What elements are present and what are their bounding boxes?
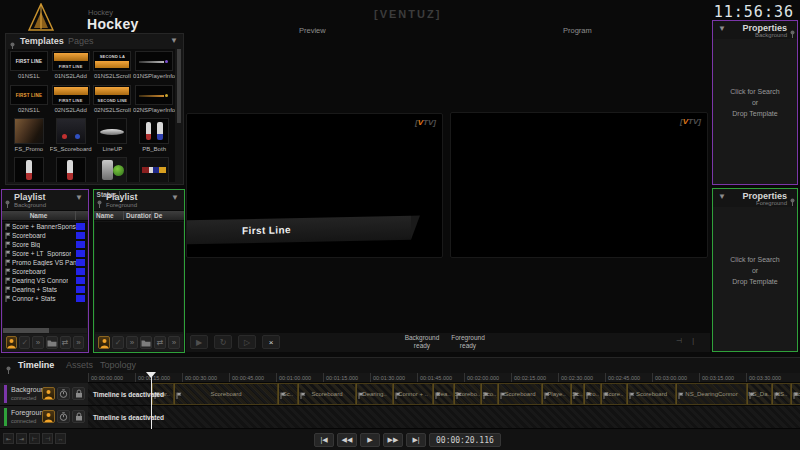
- cue-person-button[interactable]: [6, 336, 17, 349]
- loop-button[interactable]: ↻: [214, 335, 232, 349]
- template-item[interactable]: 01NSPlayerInfo: [133, 51, 175, 85]
- drop-template-hint[interactable]: Click for Search or Drop Template: [713, 86, 797, 119]
- playlist-row[interactable]: Score + LT_Sponsor: [3, 249, 87, 258]
- divider-icon[interactable]: |: [692, 337, 694, 345]
- double-chevron-button[interactable]: »: [168, 336, 180, 349]
- timeline-clip[interactable]: Playe..: [542, 383, 571, 405]
- cue-person-button[interactable]: [42, 410, 55, 423]
- template-item[interactable]: [8, 157, 50, 182]
- playlist-row[interactable]: Score + BannerSponsor: [3, 222, 87, 231]
- template-item[interactable]: FIRST LINE02NS2LAdd: [50, 85, 92, 118]
- fit-icon[interactable]: ↔: [55, 433, 66, 444]
- column-duration[interactable]: Duration: [124, 211, 152, 220]
- transfer-button[interactable]: ⇄: [154, 336, 166, 349]
- double-chevron-button[interactable]: »: [126, 336, 138, 349]
- dock-icon[interactable]: ⊣: [676, 337, 682, 345]
- playlist-row[interactable]: Promo Eagles VS Panthers: [3, 258, 87, 267]
- timeline-clip[interactable]: Scoreboard: [498, 383, 542, 405]
- templates-scrollbar[interactable]: [177, 49, 181, 181]
- timeline-clip[interactable]: Score..: [601, 383, 627, 405]
- timeline-clip[interactable]: Connor + ..: [393, 383, 433, 405]
- template-item[interactable]: [133, 157, 175, 182]
- drop-template-hint[interactable]: Click for Search or Drop Template: [713, 254, 797, 287]
- play-button[interactable]: ▶: [190, 335, 208, 349]
- template-item[interactable]: FIRST LINE01NS2LAdd: [50, 51, 92, 85]
- stopwatch-button[interactable]: [57, 387, 70, 400]
- template-item[interactable]: SECOND LINE02NS2LScroll: [92, 85, 134, 118]
- playlist-row[interactable]: Scoreboard: [3, 267, 87, 276]
- chevron-down-icon[interactable]: ▼: [718, 24, 726, 33]
- template-item[interactable]: 02NSPlayerInfo: [133, 85, 175, 118]
- chevron-down-icon[interactable]: ▼: [718, 192, 726, 201]
- tab-pages[interactable]: Pages: [68, 36, 94, 46]
- loop-in-icon[interactable]: ⇤: [3, 433, 14, 444]
- transfer-button[interactable]: ⇄: [60, 336, 71, 349]
- folder-button[interactable]: [46, 336, 58, 349]
- timeline-clip[interactable]: NS_DearingConnor: [676, 383, 747, 405]
- timeline-clip[interactable]: Sc..: [571, 383, 584, 405]
- playlist-row[interactable]: Score Big: [3, 240, 87, 249]
- jump-end-button[interactable]: ▶|: [406, 433, 426, 447]
- rewind-button[interactable]: ◀◀: [337, 433, 357, 447]
- clear-button[interactable]: ×: [262, 335, 280, 349]
- playhead-line[interactable]: [151, 372, 152, 429]
- lock-button[interactable]: [72, 410, 85, 423]
- cue-person-button[interactable]: [42, 387, 55, 400]
- track-lane[interactable]: Timeline is deactivatedStar..ScoreboardS…: [88, 383, 800, 405]
- timeline-clip[interactable]: Scoreboard: [298, 383, 356, 405]
- loop-out-icon[interactable]: ⇥: [16, 433, 27, 444]
- timeline-clip[interactable]: Sco..: [481, 383, 498, 405]
- tab-topology[interactable]: Topology: [100, 360, 136, 370]
- column-delay[interactable]: De: [152, 211, 184, 220]
- timeline-clip[interactable]: NS..: [772, 383, 791, 405]
- timeline-clip[interactable]: Dea..: [433, 383, 454, 405]
- template-item[interactable]: SECOND LA01NS2LScroll: [92, 51, 134, 85]
- timeline-clip[interactable]: Pro..: [584, 383, 601, 405]
- double-chevron-button[interactable]: »: [73, 336, 84, 349]
- chevron-down-icon[interactable]: ▼: [170, 36, 178, 45]
- playlist-row[interactable]: Connor + Stats: [3, 294, 87, 303]
- fast-forward-button[interactable]: ▶▶: [383, 433, 403, 447]
- step-button[interactable]: ▷: [238, 335, 256, 349]
- tab-templates[interactable]: Templates: [20, 36, 64, 46]
- double-chevron-button[interactable]: »: [32, 336, 43, 349]
- pin-icon[interactable]: [5, 195, 10, 213]
- timeline-clip[interactable]: Scoreboard: [627, 383, 676, 405]
- template-item[interactable]: FIRST LINE01NS1L: [8, 51, 50, 85]
- timeline-clip[interactable]: Dearing..: [356, 383, 393, 405]
- chevron-down-icon[interactable]: ▼: [171, 193, 179, 202]
- template-item[interactable]: FIRST LINE02NS1L: [8, 85, 50, 118]
- playlist-row[interactable]: Dearing VS Connor: [3, 276, 87, 285]
- template-item[interactable]: LineUP: [92, 118, 134, 157]
- template-item[interactable]: [92, 157, 134, 182]
- cue-person-button[interactable]: [98, 336, 110, 349]
- timeline-clip[interactable]: Scoreboard: [174, 383, 278, 405]
- horizontal-scrollbar[interactable]: [3, 328, 87, 333]
- timeline-clip[interactable]: NS_Da..: [747, 383, 772, 405]
- stopwatch-button[interactable]: [57, 410, 70, 423]
- marker-left-icon[interactable]: ⊢: [29, 433, 40, 444]
- template-item[interactable]: PB_Both: [133, 118, 175, 157]
- pin-icon[interactable]: [790, 25, 795, 43]
- timeline-clip[interactable]: Scorebo..: [454, 383, 481, 405]
- jump-start-button[interactable]: |◀: [314, 433, 334, 447]
- template-item[interactable]: FS_Promo: [8, 118, 50, 157]
- playhead-handle[interactable]: [146, 372, 156, 378]
- playlist-row[interactable]: Scoreboard: [3, 231, 87, 240]
- lock-button[interactable]: [72, 387, 85, 400]
- tab-timeline[interactable]: Timeline: [18, 360, 54, 370]
- marker-right-icon[interactable]: ⊣: [42, 433, 53, 444]
- chevron-down-icon[interactable]: ▼: [75, 193, 83, 202]
- check-button[interactable]: ✓: [112, 336, 124, 349]
- timeline-ruler[interactable]: 00:00:00.00000:00:15.00000:00:30.00000:0…: [88, 373, 800, 383]
- column-name[interactable]: Name: [2, 211, 76, 220]
- track-lane[interactable]: Timeline is deactivated: [88, 406, 800, 428]
- playlist-row[interactable]: Dearing + Stats: [3, 285, 87, 294]
- pin-icon[interactable]: [6, 361, 11, 379]
- pin-icon[interactable]: [790, 193, 795, 211]
- template-item[interactable]: FS_Scoreboard: [50, 118, 92, 157]
- check-button[interactable]: ✓: [19, 336, 30, 349]
- timeline-clip[interactable]: Sc..: [278, 383, 298, 405]
- column-status[interactable]: Status: [94, 191, 120, 199]
- folder-button[interactable]: [140, 336, 152, 349]
